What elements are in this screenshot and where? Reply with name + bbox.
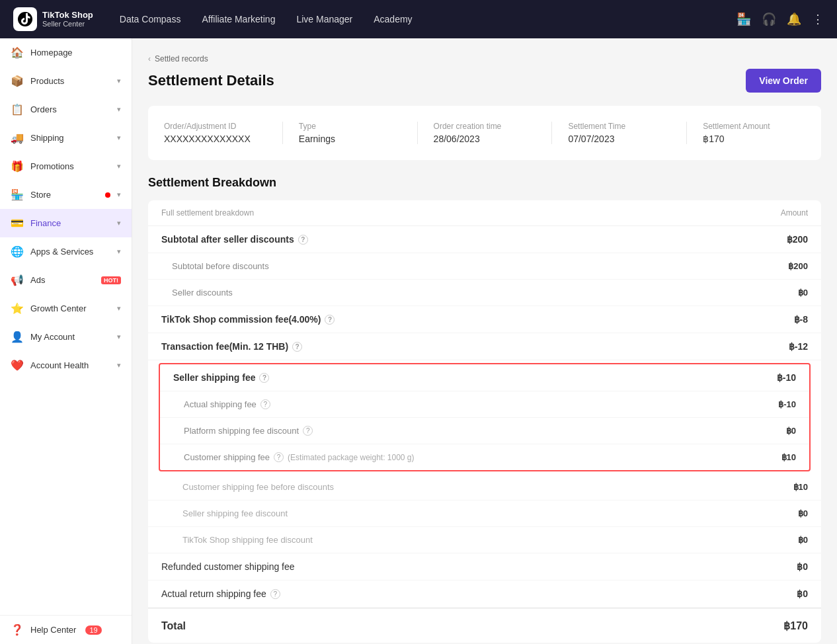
- nav-affiliate-marketing[interactable]: Affiliate Marketing: [202, 11, 275, 27]
- nav-live-manager[interactable]: Live Manager: [296, 11, 352, 27]
- info-icon[interactable]: ?: [260, 399, 270, 409]
- row-tiktok-shipping-discount-label: TikTok Shop shipping fee discount: [182, 535, 313, 545]
- view-order-button[interactable]: View Order: [746, 69, 821, 93]
- row-commission-label: TikTok Shop commission fee(4.00%) ?: [161, 314, 335, 325]
- info-icon[interactable]: ?: [298, 235, 308, 245]
- sidebar-label-products: Products: [30, 76, 110, 86]
- sidebar-item-products[interactable]: 📦 Products ▾: [0, 67, 132, 95]
- sidebar: 🏠 Homepage 📦 Products ▾ 📋 Orders ▾ 🚚 Shi…: [0, 38, 132, 644]
- nav-data-compass[interactable]: Data Compass: [120, 11, 181, 27]
- store-sidebar-icon: 🏪: [11, 188, 24, 201]
- row-subtotal-before-amount: ฿200: [788, 261, 808, 271]
- row-customer-shipping-amount: ฿10: [781, 452, 796, 462]
- logo-icon: [13, 7, 37, 31]
- layout: 🏠 Homepage 📦 Products ▾ 📋 Orders ▾ 🚚 Shi…: [0, 38, 837, 644]
- sidebar-label-my-account: My Account: [30, 332, 110, 342]
- row-customer-shipping-note: (Estimated package weight: 1000 g): [288, 453, 414, 462]
- sidebar-item-orders[interactable]: 📋 Orders ▾: [0, 95, 132, 124]
- sidebar-label-shipping: Shipping: [30, 133, 110, 143]
- menu-icon[interactable]: ⋮: [812, 12, 824, 26]
- nav-academy[interactable]: Academy: [374, 11, 412, 27]
- row-platform-discount-label: Platform shipping fee discount ?: [184, 426, 313, 436]
- help-badge: 19: [85, 625, 101, 635]
- row-seller-discounts: Seller discounts ฿0: [148, 280, 821, 306]
- help-center-item[interactable]: ❓ Help Center 19: [11, 624, 121, 636]
- info-icon[interactable]: ?: [274, 452, 284, 462]
- row-commission: TikTok Shop commission fee(4.00%) ? ฿-8: [148, 306, 821, 333]
- sidebar-item-store[interactable]: 🏪 Store ▾: [0, 181, 132, 209]
- chevron-down-icon: ▾: [117, 333, 121, 341]
- order-creation-label: Order creation time: [434, 122, 536, 131]
- info-icon[interactable]: ?: [292, 342, 302, 352]
- headset-icon[interactable]: 🎧: [762, 12, 776, 26]
- row-subtotal-before: Subtotal before discounts ฿200: [148, 253, 821, 280]
- highlighted-section: Seller shipping fee ? ฿-10 Actual shippi…: [159, 363, 811, 471]
- row-tiktok-shipping-discount-amount: ฿0: [798, 535, 808, 545]
- chevron-down-icon: ▾: [117, 304, 121, 313]
- sidebar-item-growth-center[interactable]: ⭐ Growth Center ▾: [0, 294, 132, 323]
- sidebar-label-apps-services: Apps & Services: [30, 247, 110, 257]
- order-settlement-col: Settlement Time 07/07/2023: [568, 122, 687, 144]
- order-id-value: XXXXXXXXXXXXXX: [164, 134, 266, 144]
- row-subtotal-after-label: Subtotal after seller discounts ?: [161, 234, 308, 245]
- hot-badge: HOT!: [101, 276, 121, 284]
- breadcrumb-separator: ‹: [148, 54, 151, 63]
- row-actual-shipping: Actual shipping fee ? ฿-10: [160, 391, 809, 418]
- chevron-down-icon: ▾: [117, 162, 121, 171]
- home-icon: 🏠: [11, 46, 24, 59]
- chevron-down-icon: ▾: [117, 77, 121, 85]
- chevron-down-icon: ▾: [117, 219, 121, 227]
- topnav-links: Data Compass Affiliate Marketing Live Ma…: [120, 11, 737, 27]
- logo[interactable]: TikTok Shop Seller Center: [13, 7, 93, 31]
- row-platform-discount-amount: ฿0: [786, 426, 796, 436]
- order-id-label: Order/Adjustment ID: [164, 122, 266, 131]
- topnav: TikTok Shop Seller Center Data Compass A…: [0, 0, 837, 38]
- bell-icon[interactable]: 🔔: [787, 12, 801, 26]
- order-amount-col: Settlement Amount ฿170: [703, 122, 805, 144]
- main-content: ‹ Settled records Settlement Details Vie…: [132, 38, 837, 644]
- sidebar-item-ads[interactable]: 📢 Ads HOT!: [0, 266, 132, 294]
- sidebar-item-homepage[interactable]: 🏠 Homepage: [0, 38, 132, 67]
- ads-icon: 📢: [11, 274, 24, 286]
- sidebar-item-finance[interactable]: 💳 Finance ▾: [0, 209, 132, 237]
- sidebar-item-apps-services[interactable]: 🌐 Apps & Services ▾: [0, 237, 132, 266]
- sidebar-footer: ❓ Help Center 19: [0, 615, 132, 644]
- row-seller-shipping-label: Seller shipping fee ?: [173, 372, 269, 383]
- sidebar-label-store: Store: [30, 190, 99, 200]
- row-customer-before-discounts-amount: ฿10: [793, 482, 808, 492]
- row-customer-shipping-label: Customer shipping fee ? (Estimated packa…: [184, 452, 415, 462]
- sidebar-item-my-account[interactable]: 👤 My Account ▾: [0, 323, 132, 351]
- row-seller-discounts-amount: ฿0: [798, 288, 808, 298]
- row-return-shipping-amount: ฿0: [797, 588, 808, 599]
- store-icon[interactable]: 🏪: [737, 12, 751, 26]
- order-type-col: Type Earnings: [299, 122, 418, 144]
- sidebar-item-promotions[interactable]: 🎁 Promotions ▾: [0, 152, 132, 181]
- row-subtotal-before-label: Subtotal before discounts: [172, 261, 269, 271]
- breakdown-section-title: Settlement Breakdown: [148, 176, 821, 190]
- shipping-icon: 🚚: [11, 132, 24, 144]
- row-seller-shipping-amount: ฿-10: [777, 372, 796, 383]
- info-icon[interactable]: ?: [259, 373, 269, 383]
- sidebar-label-orders: Orders: [30, 104, 110, 114]
- row-return-shipping-label: Actual return shipping fee ?: [161, 588, 280, 599]
- row-refunded-shipping-label: Refunded customer shipping fee: [161, 561, 295, 572]
- row-transaction-fee: Transaction fee(Min. 12 THB) ? ฿-12: [148, 333, 821, 360]
- info-icon[interactable]: ?: [303, 426, 313, 436]
- account-icon: 👤: [11, 331, 24, 343]
- health-icon: ❤️: [11, 359, 24, 372]
- row-transaction-fee-amount: ฿-12: [789, 341, 808, 352]
- sidebar-item-account-health[interactable]: ❤️ Account Health ▾: [0, 351, 132, 380]
- info-icon[interactable]: ?: [325, 315, 335, 325]
- row-platform-discount: Platform shipping fee discount ? ฿0: [160, 418, 809, 444]
- sidebar-item-shipping[interactable]: 🚚 Shipping ▾: [0, 124, 132, 152]
- row-refunded-shipping-amount: ฿0: [797, 561, 808, 572]
- row-actual-shipping-amount: ฿-10: [778, 399, 796, 409]
- order-settlement-value: 07/07/2023: [568, 134, 670, 144]
- order-creation-value: 28/06/2023: [434, 134, 536, 144]
- page-title: Settlement Details: [148, 72, 274, 89]
- total-row: Total ฿170: [148, 608, 821, 643]
- breadcrumb-link[interactable]: Settled records: [155, 54, 208, 63]
- row-actual-shipping-label: Actual shipping fee ?: [184, 399, 270, 409]
- info-icon[interactable]: ?: [270, 589, 280, 599]
- growth-icon: ⭐: [11, 302, 24, 315]
